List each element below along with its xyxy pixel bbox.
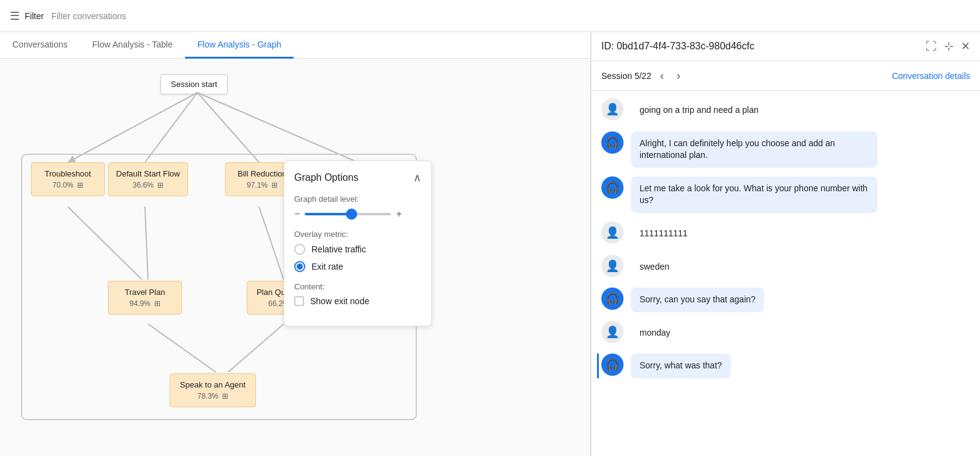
expand-icon[interactable]: ⛶ — [926, 40, 937, 53]
agent-avatar: 🎧 — [601, 288, 624, 310]
graph-options-title: Graph Options — [294, 172, 358, 183]
message-row: 🎧 Alright, I can definitely help you cho… — [601, 131, 970, 168]
show-exit-node-label: Show exit node — [310, 296, 369, 306]
message-row: 👤 monday — [601, 321, 970, 346]
next-session-button[interactable]: › — [673, 67, 685, 84]
detail-level-section: Graph detail level: − + — [294, 194, 421, 220]
message-row: 🎧 Let me take a look for you. What is yo… — [601, 176, 970, 213]
filter-input-placeholder[interactable]: Filter conversations — [51, 11, 126, 21]
filter-bar: ☰ Filter Filter conversations — [0, 0, 980, 32]
message-bubble: monday — [631, 321, 679, 346]
detail-level-label: Graph detail level: — [294, 194, 421, 204]
filter-icon: ☰ — [10, 9, 20, 23]
radio-label-exit: Exit rate — [311, 262, 343, 272]
graph-area: Session start — [0, 59, 590, 456]
message-row: 👤 going on a trip and need a plan — [601, 98, 970, 123]
message-bubble: 1111111111 — [631, 222, 696, 246]
show-exit-node-checkbox[interactable] — [294, 296, 304, 306]
close-icon[interactable]: ✕ — [961, 39, 970, 53]
table-icon: ⊞ — [77, 181, 83, 189]
node-default-start[interactable]: Default Start Flow 36.6% ⊞ — [108, 162, 188, 196]
graph-options-header: Graph Options ∧ — [294, 171, 421, 184]
message-bubble: Sorry, what was that? — [631, 354, 731, 378]
svg-line-1 — [145, 93, 197, 162]
tab-flow-graph[interactable]: Flow Analysis - Graph — [185, 32, 294, 59]
table-icon-3: ⊞ — [271, 181, 278, 189]
agent-avatar: 🎧 — [601, 131, 624, 154]
flow-container: Session start — [12, 71, 444, 456]
right-panel: ID: 0bd1d7-4f4-733-83c-980d46cfc ⛶ ⊹ ✕ S… — [591, 32, 980, 456]
chat-area: 👤 going on a trip and need a plan 🎧 Alri… — [591, 91, 980, 456]
filter-label: Filter — [25, 11, 44, 21]
graph-options-panel: Graph Options ∧ Graph detail level: − + — [284, 160, 432, 326]
slider-plus-button[interactable]: + — [396, 209, 401, 220]
message-bubble: sweden — [631, 255, 678, 280]
agent-avatar: 🎧 — [601, 354, 624, 376]
radio-circle-relative — [294, 244, 305, 255]
content-label: Content: — [294, 282, 421, 291]
user-avatar: 👤 — [601, 255, 624, 277]
radio-relative-traffic[interactable]: Relative traffic — [294, 244, 421, 255]
node-travel-plan[interactable]: Travel Plan 94.9% ⊞ — [108, 281, 182, 315]
prev-session-button[interactable]: ‹ — [656, 67, 668, 84]
show-exit-node-option[interactable]: Show exit node — [294, 296, 421, 306]
message-row: 🎧 Sorry, can you say that again? — [601, 288, 970, 312]
svg-line-9 — [228, 324, 284, 372]
svg-line-2 — [197, 93, 259, 162]
table-icon-7: ⊞ — [222, 392, 228, 400]
table-icon-5: ⊞ — [154, 299, 160, 308]
message-row-highlighted: 🎧 Sorry, what was that? — [597, 354, 970, 378]
tab-flow-table[interactable]: Flow Analysis - Table — [80, 32, 185, 59]
node-troubleshoot[interactable]: Troubleshoot 70.0% ⊞ — [31, 162, 105, 196]
svg-line-4 — [145, 207, 148, 280]
message-bubble: Let me take a look for you. What is your… — [631, 176, 878, 213]
collapse-graph-options-button[interactable]: ∧ — [413, 171, 421, 184]
left-panel: Conversations Flow Analysis - Table Flow… — [0, 32, 591, 456]
session-start-node: Session start — [160, 74, 228, 94]
message-bubble: Alright, I can definitely help you choos… — [631, 131, 878, 168]
tab-conversations[interactable]: Conversations — [0, 32, 80, 59]
message-row: 👤 sweden — [601, 255, 970, 280]
overlay-metric-section: Overlay metric: Relative traffic Exit ra… — [294, 230, 421, 272]
conversation-header: ID: 0bd1d7-4f4-733-83c-980d46cfc ⛶ ⊹ ✕ — [591, 32, 980, 61]
agent-avatar: 🎧 — [601, 176, 624, 199]
session-nav: Session 5/22 ‹ › Conversation details — [591, 61, 980, 91]
svg-line-3 — [197, 93, 358, 162]
header-icons: ⛶ ⊹ ✕ — [926, 39, 970, 53]
slider-container: − + — [294, 209, 421, 220]
node-speak-to-agent[interactable]: Speak to an Agent 78.3% ⊞ — [170, 373, 256, 407]
user-avatar: 👤 — [601, 98, 624, 120]
overlay-metric-label: Overlay metric: — [294, 230, 421, 239]
tabs-bar: Conversations Flow Analysis - Table Flow… — [0, 32, 590, 59]
move-icon[interactable]: ⊹ — [944, 39, 953, 53]
svg-line-0 — [68, 93, 197, 162]
conversation-id: ID: 0bd1d7-4f4-733-83c-980d46cfc — [601, 41, 754, 52]
radio-circle-exit — [294, 261, 305, 272]
message-bubble: Sorry, can you say that again? — [631, 288, 764, 312]
content-section: Content: Show exit node — [294, 282, 421, 306]
session-info: Session 5/22 ‹ › — [601, 67, 684, 84]
table-icon-2: ⊞ — [157, 181, 163, 189]
user-avatar: 👤 — [601, 321, 624, 343]
message-bubble: going on a trip and need a plan — [631, 98, 767, 123]
radio-label-relative: Relative traffic — [311, 244, 366, 254]
svg-line-8 — [148, 324, 216, 372]
svg-line-5 — [68, 207, 142, 280]
detail-level-slider[interactable] — [305, 213, 391, 215]
session-label: Session 5/22 — [601, 71, 651, 81]
conversation-details-link[interactable]: Conversation details — [892, 71, 970, 81]
user-avatar: 👤 — [601, 222, 624, 244]
message-row: 👤 1111111111 — [601, 222, 970, 246]
slider-minus-button[interactable]: − — [294, 209, 300, 220]
radio-exit-rate[interactable]: Exit rate — [294, 261, 421, 272]
svg-line-6 — [259, 207, 284, 280]
